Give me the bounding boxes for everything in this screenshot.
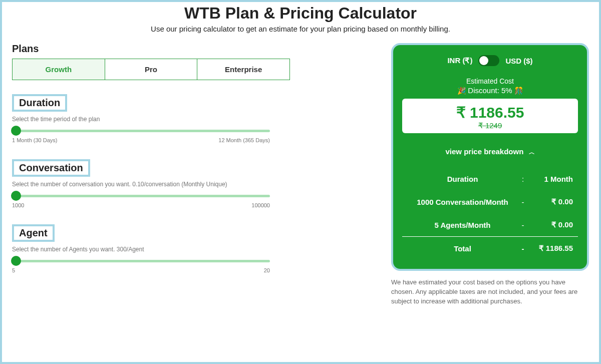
conversation-slider[interactable]: 1000 100000 [12,195,270,208]
plan-tabs: Growth Pro Enterprise [12,59,290,80]
agent-desc: Select the number of Agents you want. 30… [12,246,376,253]
agent-slider-thumb[interactable] [11,256,21,266]
price-main: ₹ 1186.55 [402,104,578,121]
estimate-card: INR (₹) USD ($) Estimated Cost 🎉 Discoun… [391,43,589,271]
discount-text: Discount: 5% [468,86,512,95]
page-title: WTB Plan & Pricing Calculator [12,4,589,23]
breakdown-toggle-label: view price breakdown [445,147,523,156]
breakdown-conversation-sep: - [518,198,528,206]
breakdown-total-label: Total [407,244,518,253]
agent-block: Agent Select the number of Agents you wa… [12,224,376,273]
breakdown-duration-label: Duration [407,175,518,183]
agent-slider[interactable]: 5 20 [12,260,270,273]
breakdown-conversation-label: 1000 Conversation/Month [407,198,518,206]
breakdown-duration-value: 1 Month [528,175,573,183]
conversation-desc: Select the number of conversation you wa… [12,181,376,188]
agent-max-label: 20 [264,267,270,273]
conversation-slider-thumb[interactable] [11,191,21,201]
breakdown-row-total: Total - ₹ 1186.55 [402,236,578,260]
duration-slider[interactable]: 1 Month (30 Days) 12 Month (365 Days) [12,130,270,143]
breakdown-total-value: ₹ 1186.55 [528,244,573,253]
conversation-max-label: 100000 [251,202,270,208]
agent-title: Agent [12,224,55,242]
duration-max-label: 12 Month (365 Days) [218,137,270,143]
breakdown-row-duration: Duration : 1 Month [402,168,578,190]
duration-title: Duration [12,94,67,112]
tab-pro[interactable]: Pro [105,59,198,80]
duration-min-label: 1 Month (30 Days) [12,137,57,143]
conversation-block: Conversation Select the number of conver… [12,159,376,208]
conversation-min-label: 1000 [12,202,24,208]
breakdown-conversation-value: ₹ 0.00 [528,197,573,206]
currency-toggle[interactable] [478,55,499,66]
tab-growth[interactable]: Growth [12,59,105,80]
chevron-up-icon: ︿ [529,148,535,157]
page-subtitle: Use our pricing calculator to get an est… [12,25,589,33]
currency-inr-label: INR (₹) [447,56,472,65]
currency-toggle-knob [479,56,488,65]
breakdown-duration-sep: : [518,175,528,183]
breakdown-toggle[interactable]: view price breakdown ︿ [402,147,578,157]
agent-min-label: 5 [12,267,15,273]
duration-block: Duration Select the time period of the p… [12,94,376,143]
estimated-cost-label: Estimated Cost [402,77,578,85]
price-original: ₹ 1249 [402,121,578,130]
breakdown-agents-sep: - [518,221,528,229]
plans-label: Plans [12,43,376,55]
discount-line: 🎉 Discount: 5% 🎊 [402,86,578,95]
duration-slider-thumb[interactable] [11,126,21,136]
breakdown-total-sep: - [518,244,528,253]
breakdown-row-conversation: 1000 Conversation/Month - ₹ 0.00 [402,190,578,213]
confetti-ball-icon: 🎊 [514,87,523,95]
disclaimer-text: We have estimated your cost based on the… [391,278,589,306]
party-popper-icon: 🎉 [457,87,466,95]
breakdown-row-agents: 5 Agents/Month - ₹ 0.00 [402,213,578,236]
tab-enterprise[interactable]: Enterprise [197,59,290,80]
breakdown-agents-label: 5 Agents/Month [407,221,518,229]
breakdown-agents-value: ₹ 0.00 [528,220,573,229]
duration-desc: Select the time period of the plan [12,116,376,123]
currency-usd-label: USD ($) [505,57,532,65]
price-box: ₹ 1186.55 ₹ 1249 [402,99,578,133]
conversation-title: Conversation [12,159,90,177]
